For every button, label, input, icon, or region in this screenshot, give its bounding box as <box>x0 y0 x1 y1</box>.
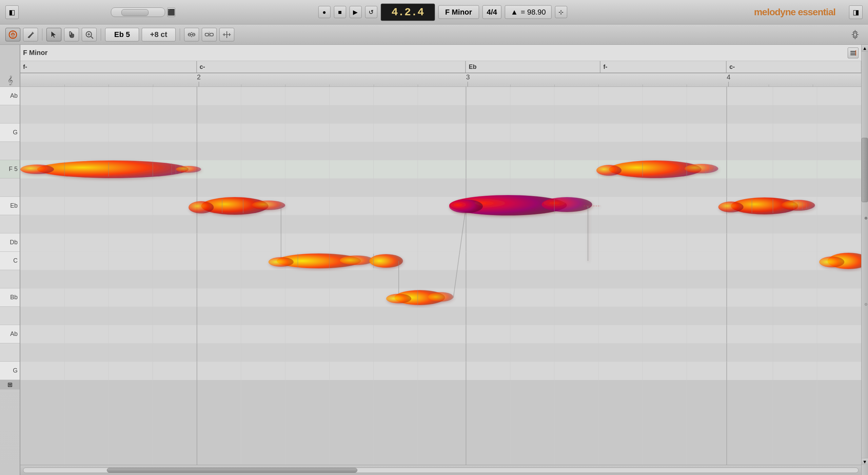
svg-rect-38 <box>20 362 861 380</box>
piano-roll: 𝄞 Ab G F 5 Eb Db C Bb Ab G ⊞ <box>0 45 20 475</box>
app-logo: melodyne essential <box>754 7 835 18</box>
chord-cell-Eb[interactable]: Eb <box>466 61 600 73</box>
chord-cell-f-minor-2[interactable]: f- <box>600 61 727 73</box>
piano-key-F5[interactable]: F 5 <box>0 160 20 178</box>
scroll-bar[interactable] <box>111 7 165 17</box>
settings-button[interactable] <box>848 28 863 41</box>
svg-point-103 <box>449 200 483 213</box>
svg-rect-10 <box>205 33 209 36</box>
chord-header: F Minor <box>20 45 861 61</box>
chord-label-5: c- <box>729 63 735 71</box>
chord-cell-f-minor-1[interactable]: f- <box>20 61 197 73</box>
svg-rect-24 <box>20 105 861 124</box>
play-button[interactable]: ▶ <box>349 6 361 18</box>
scroll-v-thumb[interactable] <box>862 138 868 202</box>
svg-point-98 <box>386 294 411 303</box>
ruler-submark <box>554 84 555 87</box>
top-bar-content: ⬛ ● ■ ▶ ↺ 4.2.4 F Minor 4/4 ▲ = 98.90 ⊹ … <box>23 0 863 24</box>
right-panel-toggle[interactable]: ◨ <box>849 5 863 19</box>
piano-key-Ab-low[interactable]: Ab <box>0 325 20 343</box>
svg-point-90 <box>269 257 294 267</box>
svg-rect-37 <box>20 343 861 362</box>
svg-rect-31 <box>20 233 861 252</box>
svg-text:𝄞: 𝄞 <box>7 76 13 85</box>
record-button[interactable]: ● <box>318 6 330 18</box>
piano-key-black-1[interactable] <box>0 105 20 124</box>
ruler-line-4 <box>728 82 729 87</box>
ruler-line-2 <box>199 82 199 87</box>
ruler-submark <box>153 84 153 87</box>
vertical-scrollbar[interactable]: ▲ ▼ <box>861 45 868 475</box>
scroll-track[interactable] <box>23 468 859 473</box>
pitch-tool-button[interactable] <box>5 28 20 41</box>
chord-panel-button[interactable] <box>848 48 859 58</box>
left-panel-toggle[interactable]: ◧ <box>5 5 19 19</box>
svg-rect-36 <box>20 325 861 343</box>
top-bar: ◧ ⬛ ● ■ ▶ ↺ 4.2.4 F Minor 4/4 ▲ = 98.90 … <box>0 0 868 24</box>
piano-key-G-low[interactable]: G <box>0 362 20 380</box>
scroll-marker[interactable]: ⬛ <box>167 7 175 17</box>
piano-key-black-7[interactable] <box>0 343 20 362</box>
cursor-icon <box>49 30 59 39</box>
chord-label-2: c- <box>200 63 205 71</box>
piano-key-Eb[interactable]: Eb <box>0 197 20 215</box>
note-separation-button[interactable] <box>202 28 217 41</box>
logo-suffix: essential <box>798 7 835 17</box>
svg-point-118 <box>718 202 743 212</box>
scroll-area: ⬛ <box>111 7 175 17</box>
svg-point-72 <box>37 160 189 178</box>
svg-point-104 <box>542 197 592 212</box>
piano-key-black-5[interactable] <box>0 270 20 288</box>
timeline-ruler[interactable]: 2 3 4 <box>20 73 861 87</box>
loop-button[interactable]: ↺ <box>365 6 377 18</box>
scroll-down-button[interactable]: ▼ <box>862 458 868 465</box>
ruler-submark <box>643 84 643 87</box>
piano-key-black-3[interactable] <box>0 178 20 197</box>
stop-button[interactable]: ■ <box>334 6 346 18</box>
pitch-quantize-button[interactable] <box>184 28 199 41</box>
ruler-submark <box>769 84 769 87</box>
svg-rect-26 <box>20 142 861 160</box>
knife-tool-button[interactable] <box>23 28 38 41</box>
time-signature-display[interactable]: 4/4 <box>482 5 501 19</box>
piano-key-G[interactable]: G <box>0 124 20 142</box>
tempo-display[interactable]: ▲ = 98.90 <box>505 5 552 19</box>
key-label-F5: F 5 <box>9 166 18 173</box>
piano-key-Bb[interactable]: Bb <box>0 288 20 307</box>
scroll-thumb[interactable] <box>107 468 357 473</box>
piano-key-C[interactable]: C <box>0 252 20 270</box>
piano-key-Db[interactable]: Db <box>0 233 20 252</box>
scroll-up-button[interactable]: ▲ <box>862 45 868 52</box>
chord-cell-c-minor[interactable]: c- <box>197 61 466 73</box>
amplitude-button[interactable] <box>219 28 234 41</box>
ruler-submark <box>418 84 418 87</box>
ruler-submark <box>241 84 241 87</box>
ruler-submark <box>598 84 599 87</box>
svg-rect-35 <box>20 307 861 325</box>
key-label-Eb: Eb <box>10 202 18 209</box>
piano-roll-footer: ⊞ <box>0 380 20 390</box>
ruler-num-4: 4 <box>727 73 730 81</box>
svg-point-110 <box>596 165 622 176</box>
zoom-tool-button[interactable] <box>82 28 97 41</box>
tuning-button[interactable]: ⊹ <box>555 6 567 18</box>
piano-key-Ab-high[interactable]: Ab <box>0 87 20 105</box>
piano-key-black-6[interactable] <box>0 307 20 325</box>
svg-rect-21 <box>850 54 856 55</box>
svg-point-92 <box>369 254 403 268</box>
svg-rect-11 <box>210 33 213 36</box>
chord-cell-c-minor-2[interactable]: c- <box>727 61 861 73</box>
horizontal-scrollbar[interactable] <box>20 465 861 475</box>
ruler-sub-marks <box>20 84 861 87</box>
svg-point-111 <box>685 164 718 173</box>
grid-container[interactable] <box>20 87 861 465</box>
ruler-mark-4: 4 <box>727 73 730 87</box>
metronome-icon: ▲ <box>511 8 518 17</box>
piano-key-black-4[interactable] <box>0 215 20 233</box>
hand-tool-button[interactable] <box>64 28 79 41</box>
select-tool-button[interactable] <box>46 28 61 41</box>
scroll-dot-2 <box>865 303 867 306</box>
key-label-Db: Db <box>10 239 18 246</box>
piano-key-black-2[interactable] <box>0 142 20 160</box>
key-display[interactable]: F Minor <box>438 5 479 19</box>
